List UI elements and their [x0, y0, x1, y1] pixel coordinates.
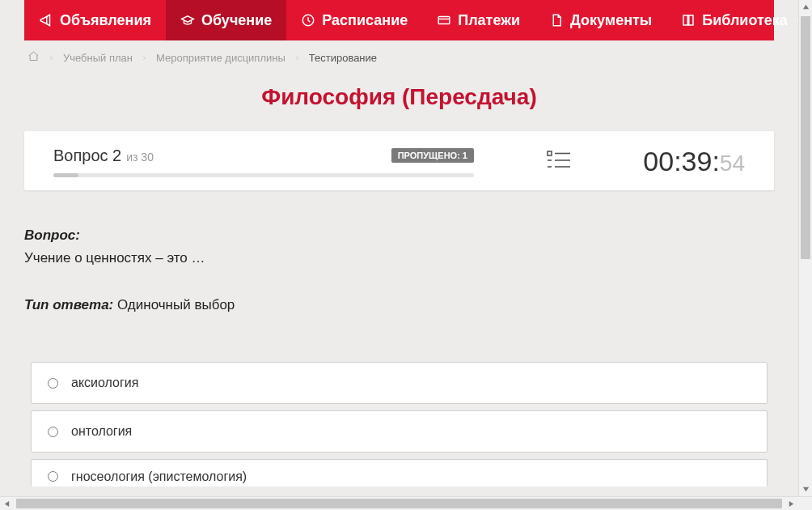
- chevron-right-icon: [294, 54, 301, 62]
- nav-label: Библиотека: [702, 12, 788, 29]
- answer-radio[interactable]: [48, 427, 58, 437]
- document-icon: [549, 13, 564, 28]
- nav-item-learning[interactable]: Обучение: [166, 0, 286, 40]
- answer-text: гносеология (эпистемология): [71, 470, 247, 484]
- nav-item-library[interactable]: Библиотека: [666, 0, 798, 40]
- horizontal-scroll-thumb[interactable]: [16, 499, 782, 508]
- main-nav: Объявления Обучение Расписание: [24, 0, 774, 40]
- scroll-up-arrow[interactable]: [799, 0, 812, 14]
- breadcrumb-link[interactable]: Мероприятие дисциплины: [156, 52, 285, 64]
- timer: 00:39:54: [643, 146, 745, 177]
- nav-label: Расписание: [322, 12, 408, 29]
- nav-item-schedule[interactable]: Расписание: [286, 0, 422, 40]
- clock-icon: [301, 13, 315, 28]
- breadcrumb-link[interactable]: Учебный план: [63, 52, 133, 64]
- test-status-card: Вопрос 2 из 30 ПРОПУЩЕНО: 1: [24, 131, 774, 190]
- question-body: Вопрос: Учение о ценностях – это … Тип о…: [24, 227, 774, 487]
- answer-option[interactable]: аксиология: [31, 362, 768, 404]
- megaphone-icon: [39, 13, 53, 28]
- breadcrumb: Учебный план Мероприятие дисциплины Тест…: [24, 40, 774, 76]
- graduation-icon: [180, 13, 195, 28]
- svg-marker-11: [789, 501, 793, 507]
- question-total: из 30: [126, 151, 154, 164]
- answer-option[interactable]: онтология: [31, 410, 768, 453]
- answer-radio[interactable]: [48, 378, 58, 389]
- progress-fill: [53, 173, 78, 177]
- svg-marker-10: [5, 501, 9, 507]
- svg-marker-8: [803, 5, 809, 9]
- progress-bar: [53, 173, 474, 177]
- answer-radio[interactable]: [48, 471, 58, 482]
- svg-rect-1: [438, 17, 450, 24]
- timer-seconds: 54: [720, 151, 745, 176]
- card-icon: [437, 13, 451, 28]
- svg-rect-2: [548, 151, 552, 155]
- scroll-left-arrow[interactable]: [0, 497, 14, 510]
- chevron-right-icon: [48, 54, 55, 62]
- scroll-down-arrow[interactable]: [799, 482, 812, 496]
- svg-marker-9: [803, 487, 809, 491]
- timer-main: 00:39:: [643, 146, 720, 177]
- scrollbar-corner: [798, 497, 812, 510]
- answer-text: онтология: [71, 424, 132, 439]
- home-icon[interactable]: [27, 50, 40, 65]
- question-text: Учение о ценностях – это …: [24, 250, 774, 266]
- nav-item-payments[interactable]: Платежи: [422, 0, 535, 40]
- answer-type-label: Тип ответа:: [24, 297, 113, 312]
- question-heading: Вопрос:: [24, 227, 774, 244]
- options-list: аксиология онтология гносеология (эписте…: [24, 362, 774, 487]
- vertical-scroll-thumb[interactable]: [801, 16, 810, 259]
- vertical-scrollbar[interactable]: [798, 0, 812, 496]
- answer-type-value: Одиночный выбор: [117, 297, 235, 312]
- chevron-right-icon: [141, 54, 148, 62]
- scroll-right-arrow[interactable]: [785, 497, 798, 510]
- nav-label: Платежи: [458, 12, 520, 29]
- page-title: Философия (Пересдача): [24, 84, 774, 110]
- skipped-badge: ПРОПУЩЕНО: 1: [391, 148, 474, 163]
- nav-label: Обучение: [201, 12, 272, 29]
- nav-label: Документы: [570, 12, 652, 29]
- nav-label: Объявления: [60, 12, 151, 29]
- answer-type-row: Тип ответа: Одиночный выбор: [24, 297, 774, 313]
- nav-item-announcements[interactable]: Объявления: [24, 0, 166, 40]
- book-icon: [681, 13, 696, 28]
- question-list-button[interactable]: [547, 150, 571, 174]
- question-number: Вопрос 2: [53, 147, 121, 165]
- answer-text: аксиология: [71, 376, 138, 390]
- nav-item-documents[interactable]: Документы: [535, 0, 666, 40]
- answer-option[interactable]: гносеология (эпистемология): [31, 459, 768, 487]
- horizontal-scrollbar[interactable]: [0, 496, 812, 510]
- breadcrumb-current: Тестирование: [309, 52, 377, 64]
